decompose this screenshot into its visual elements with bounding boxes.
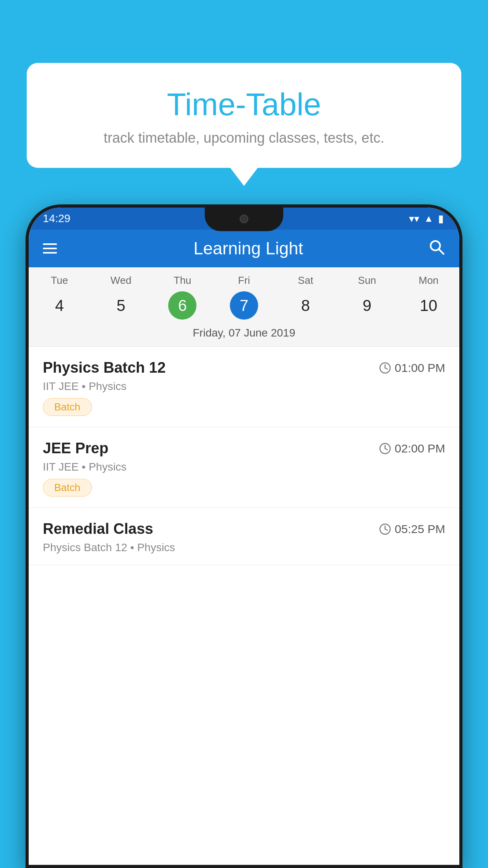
tooltip-subtitle: track timetable, upcoming classes, tests… (46, 130, 442, 146)
clock-icon (379, 523, 391, 535)
svg-line-4 (385, 368, 387, 369)
days-row: Tue4Wed5Thu6Fri7Sat8Sun9Mon10 (29, 267, 459, 323)
hamburger-menu-button[interactable] (43, 243, 57, 254)
phone-inner: 14:29 ▾▾ ▲ ▮ Learning Light (29, 208, 459, 865)
day-name-tue: Tue (51, 274, 68, 287)
svg-line-1 (439, 249, 444, 254)
day-col-mon[interactable]: Mon10 (398, 274, 459, 320)
schedule-item-time-2: 05:25 PM (379, 522, 445, 536)
badge-batch-0: Batch (43, 398, 92, 416)
day-num-9[interactable]: 9 (353, 291, 381, 320)
day-num-5[interactable]: 5 (107, 291, 135, 320)
schedule-item-header-0: Physics Batch 1201:00 PM (43, 359, 445, 376)
day-name-sun: Sun (358, 274, 376, 287)
schedule-list: Physics Batch 1201:00 PMIIT JEE • Physic… (29, 347, 459, 565)
schedule-item-sub-2: Physics Batch 12 • Physics (43, 541, 445, 554)
day-name-sat: Sat (298, 274, 313, 287)
day-col-wed[interactable]: Wed5 (90, 274, 152, 320)
schedule-item-header-2: Remedial Class05:25 PM (43, 520, 445, 537)
status-time: 14:29 (43, 212, 70, 225)
day-num-8[interactable]: 8 (292, 291, 320, 320)
clock-icon (379, 443, 391, 454)
day-col-sun[interactable]: Sun9 (336, 274, 398, 320)
battery-icon: ▮ (438, 213, 444, 225)
day-num-7[interactable]: 7 (230, 291, 258, 320)
day-num-6[interactable]: 6 (168, 291, 196, 320)
clock-icon (379, 362, 391, 374)
calendar-bar: Tue4Wed5Thu6Fri7Sat8Sun9Mon10 Friday, 07… (29, 267, 459, 347)
svg-line-10 (385, 529, 387, 530)
day-name-thu: Thu (174, 274, 191, 287)
schedule-item-title-2: Remedial Class (43, 520, 153, 537)
day-name-fri: Fri (238, 274, 250, 287)
schedule-item-title-0: Physics Batch 12 (43, 359, 166, 376)
signal-icon: ▲ (424, 213, 433, 224)
schedule-item-1[interactable]: JEE Prep02:00 PMIIT JEE • PhysicsBatch (29, 427, 459, 508)
schedule-item-title-1: JEE Prep (43, 440, 108, 457)
tooltip-card: Time-Table track timetable, upcoming cla… (27, 63, 461, 168)
front-camera (240, 215, 248, 223)
app-title: Learning Light (69, 239, 428, 258)
schedule-item-sub-0: IIT JEE • Physics (43, 380, 445, 393)
phone-frame: 14:29 ▾▾ ▲ ▮ Learning Light (26, 204, 462, 868)
wifi-icon: ▾▾ (409, 213, 419, 225)
tooltip-title: Time-Table (46, 86, 442, 123)
schedule-item-time-1: 02:00 PM (379, 442, 445, 455)
selected-date-label: Friday, 07 June 2019 (29, 323, 459, 346)
search-button[interactable] (428, 238, 445, 259)
schedule-item-time-0: 01:00 PM (379, 361, 445, 375)
day-num-4[interactable]: 4 (45, 291, 73, 320)
day-col-sat[interactable]: Sat8 (275, 274, 336, 320)
day-col-fri[interactable]: Fri7 (213, 274, 275, 320)
badge-batch-1: Batch (43, 479, 92, 497)
status-icons: ▾▾ ▲ ▮ (409, 213, 444, 225)
schedule-item-0[interactable]: Physics Batch 1201:00 PMIIT JEE • Physic… (29, 347, 459, 427)
schedule-item-header-1: JEE Prep02:00 PM (43, 440, 445, 457)
schedule-item-2[interactable]: Remedial Class05:25 PMPhysics Batch 12 •… (29, 508, 459, 565)
schedule-item-sub-1: IIT JEE • Physics (43, 461, 445, 473)
day-name-wed: Wed (110, 274, 131, 287)
day-col-thu[interactable]: Thu6 (152, 274, 213, 320)
app-bar: Learning Light (29, 230, 459, 267)
phone-notch (205, 208, 283, 231)
day-col-tue[interactable]: Tue4 (29, 274, 90, 320)
day-num-10[interactable]: 10 (415, 291, 443, 320)
day-name-mon: Mon (418, 274, 438, 287)
svg-line-7 (385, 449, 387, 450)
